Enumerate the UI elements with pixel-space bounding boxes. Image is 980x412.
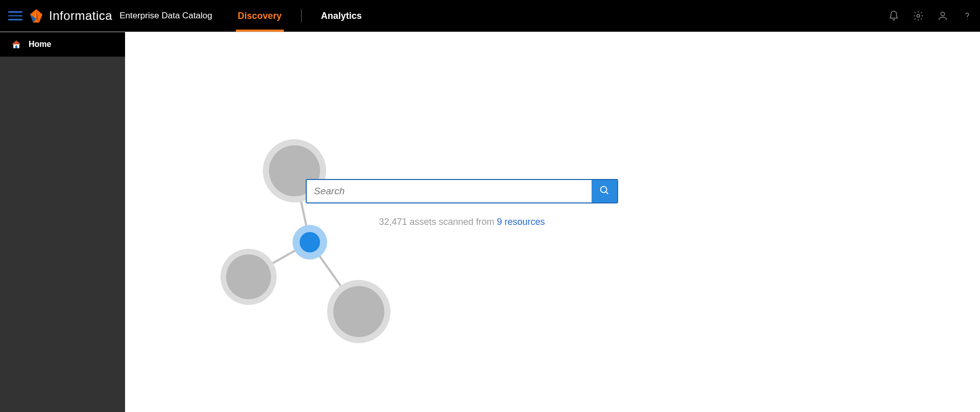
svg-point-17	[327, 280, 390, 343]
svg-point-6	[967, 19, 967, 19]
search-button[interactable]	[592, 180, 617, 202]
help-icon[interactable]	[962, 10, 973, 21]
product-name: Enterprise Data Catalog	[119, 11, 212, 21]
search-input[interactable]	[307, 180, 592, 202]
sidebar-item-home[interactable]: Home	[0, 32, 125, 57]
resources-link[interactable]: 9 resources	[497, 217, 545, 227]
asset-count: 32,471	[379, 217, 407, 227]
svg-line-22	[606, 192, 608, 194]
svg-point-21	[601, 187, 607, 193]
svg-line-12	[310, 242, 359, 312]
search-icon	[599, 185, 610, 198]
svg-marker-8	[12, 41, 21, 45]
topbar-actions	[888, 10, 973, 21]
brand-name: Informatica	[49, 9, 112, 23]
tab-discovery[interactable]: Discovery	[236, 0, 284, 32]
top-tabs: Discovery Analytics	[236, 0, 364, 32]
sidebar: Home	[0, 32, 125, 412]
svg-rect-9	[15, 46, 17, 48]
search-box	[306, 179, 618, 203]
svg-point-5	[941, 12, 944, 16]
tab-separator	[301, 9, 302, 22]
tab-label: Discovery	[238, 11, 282, 21]
user-profile-icon[interactable]	[937, 10, 948, 21]
scan-stats: 32,471 assets scanned from 9 resources	[306, 217, 618, 227]
tab-label: Analytics	[321, 11, 362, 21]
scanned-text: assets scanned from	[407, 217, 497, 227]
network-graph-illustration	[197, 114, 390, 348]
svg-point-19	[292, 225, 327, 260]
main-content: 32,471 assets scanned from 9 resources	[125, 32, 980, 412]
notifications-icon[interactable]	[888, 10, 899, 21]
tab-analytics[interactable]: Analytics	[319, 0, 364, 32]
search-area: 32,471 assets scanned from 9 resources	[306, 179, 618, 227]
sidebar-item-label: Home	[29, 40, 51, 49]
svg-point-16	[226, 254, 271, 299]
svg-point-18	[333, 286, 384, 337]
svg-point-15	[220, 249, 277, 305]
home-icon	[11, 39, 21, 49]
svg-point-4	[917, 14, 920, 17]
hamburger-menu-icon[interactable]	[8, 9, 22, 23]
svg-point-20	[300, 232, 320, 252]
top-bar: Informatica Enterprise Data Catalog Disc…	[0, 0, 980, 32]
settings-gear-icon[interactable]	[913, 10, 924, 21]
svg-line-11	[249, 242, 310, 277]
informatica-logo-icon	[29, 8, 44, 23]
body: Home	[0, 32, 980, 412]
